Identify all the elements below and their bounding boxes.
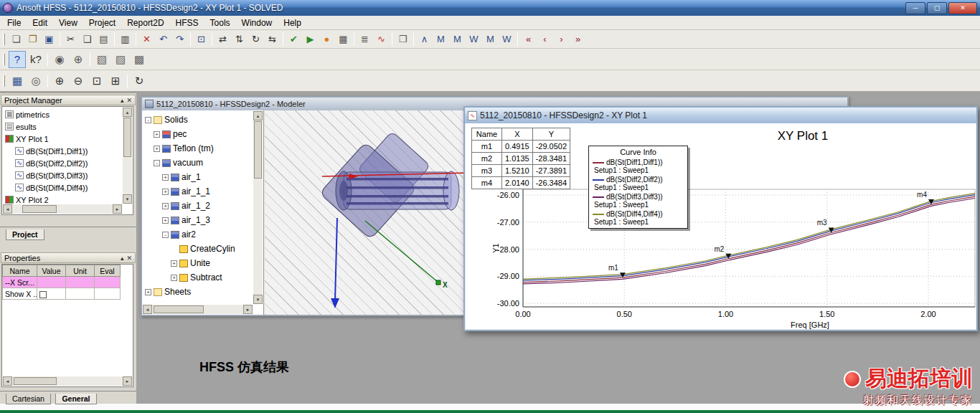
- toolbar-drag-handle[interactable]: [3, 54, 5, 65]
- modeler-tree-item[interactable]: +CreateCylin: [143, 242, 263, 256]
- undo-icon[interactable]: ↶: [156, 32, 171, 47]
- wave-report-2-icon[interactable]: M: [433, 32, 448, 47]
- maximize-button[interactable]: ▢: [927, 2, 947, 14]
- scroll-left-icon[interactable]: ◄: [3, 204, 12, 214]
- expand-icon[interactable]: +: [171, 260, 177, 267]
- modeler-tree-item[interactable]: +Teflon (tm): [143, 141, 263, 156]
- nav-last-icon[interactable]: »: [570, 32, 585, 47]
- panel-close-icon[interactable]: ✕: [126, 97, 132, 104]
- coordinate-system-icon[interactable]: ◎: [27, 72, 44, 90]
- modeler-tree-item[interactable]: +Subtract: [143, 270, 263, 285]
- zoom-out-icon[interactable]: ⊖: [70, 72, 87, 90]
- fit-all-icon[interactable]: ⊡: [88, 72, 105, 90]
- menu-item-project[interactable]: Project: [83, 16, 121, 29]
- select-by-name-icon[interactable]: ⊕: [70, 51, 87, 68]
- menu-item-report2d[interactable]: Report2D: [121, 16, 169, 29]
- legend-entry[interactable]: dB(St(Diff3,Diff3))Setup1 : Sweep1: [591, 192, 685, 209]
- scroll-right-icon[interactable]: ►: [123, 376, 132, 386]
- show-hide-objects-icon[interactable]: ◉: [51, 51, 68, 68]
- mesh-display-icon[interactable]: ▨: [112, 51, 129, 68]
- property-row-x-screen[interactable]: --X Scr...: [3, 277, 121, 288]
- menu-item-file[interactable]: File: [1, 16, 27, 29]
- project-tree-item[interactable]: ▦ptimetrics: [4, 108, 133, 120]
- modeler-tree-item[interactable]: +air_1: [143, 170, 263, 184]
- expand-icon[interactable]: +: [145, 289, 151, 295]
- menu-item-tools[interactable]: Tools: [204, 16, 236, 29]
- project-tree-item[interactable]: XY Plot 1: [4, 133, 133, 145]
- wave-report-6-icon[interactable]: W: [499, 32, 514, 47]
- panel-close-icon[interactable]: ✕: [126, 255, 132, 262]
- copy-icon[interactable]: ❑: [80, 32, 95, 47]
- tab-general[interactable]: General: [55, 394, 96, 404]
- cut-icon[interactable]: ✂: [63, 32, 78, 47]
- show-x-checkbox[interactable]: [39, 291, 47, 298]
- collapse-icon[interactable]: -: [162, 232, 169, 238]
- wave-report-5-icon[interactable]: M: [483, 32, 498, 47]
- modeler-tree-item[interactable]: +pec: [143, 127, 263, 141]
- scroll-left-icon[interactable]: ◄: [3, 376, 12, 386]
- mirror-icon[interactable]: ⇆: [265, 32, 280, 47]
- panel-collapse-icon[interactable]: ▴: [121, 255, 124, 262]
- nav-prev-icon[interactable]: ‹: [537, 32, 552, 47]
- modeler-tree-item[interactable]: +air_1_3: [143, 213, 263, 227]
- modeler-tree-item[interactable]: +air_1_1: [143, 184, 263, 199]
- model-box-icon[interactable]: ▦: [9, 72, 26, 90]
- validate-icon[interactable]: ✔: [286, 32, 301, 47]
- collapse-icon[interactable]: -: [154, 160, 160, 166]
- marker-row[interactable]: m31.5210-27.3891: [472, 165, 570, 177]
- open-file-icon[interactable]: ❐: [25, 32, 40, 47]
- nav-first-icon[interactable]: «: [521, 32, 536, 47]
- legend-entry[interactable]: dB(St(Diff4,Diff4))Setup1 : Sweep1: [591, 209, 685, 227]
- expand-icon[interactable]: +: [162, 189, 169, 195]
- expand-icon[interactable]: +: [171, 275, 177, 281]
- scroll-left-icon[interactable]: ◄: [143, 305, 152, 314]
- expand-icon[interactable]: +: [162, 217, 169, 224]
- fit-selection-icon[interactable]: ⊞: [107, 72, 124, 90]
- window-titlebar[interactable]: Ansoft HFSS - 5112_20150810 - HFSSDesign…: [0, 0, 980, 16]
- print-icon[interactable]: ▥: [118, 32, 133, 47]
- scroll-thumb[interactable]: [254, 121, 262, 179]
- tab-cartesian[interactable]: Cartesian: [6, 394, 51, 404]
- analyze-all-icon[interactable]: ▶: [303, 32, 318, 47]
- menu-item-window[interactable]: Window: [236, 16, 278, 29]
- wave-report-4-icon[interactable]: W: [466, 32, 481, 47]
- expand-icon[interactable]: +: [162, 174, 169, 181]
- marker-row[interactable]: m10.4915-29.0502: [472, 141, 570, 153]
- wave-report-3-icon[interactable]: M: [450, 32, 465, 47]
- modeler-tree-item[interactable]: +Sheets: [143, 285, 263, 299]
- modeler-tree-vscroll[interactable]: ▲▼: [253, 111, 263, 304]
- scroll-up-icon[interactable]: ▲: [123, 108, 132, 117]
- project-tree-hscroll[interactable]: ◄►: [3, 204, 122, 214]
- project-tree-vscroll[interactable]: ▲▼: [123, 108, 132, 204]
- plane-display-icon[interactable]: ▩: [131, 51, 148, 68]
- project-tree-item[interactable]: ∿dB(St(Diff2,Diff2)): [4, 157, 133, 169]
- nav-next-icon[interactable]: ›: [554, 32, 569, 47]
- paste-icon[interactable]: ▤: [96, 32, 111, 47]
- modeler-tree-item[interactable]: -air2: [143, 227, 263, 242]
- tab-project[interactable]: Project: [6, 229, 44, 240]
- expand-icon[interactable]: +: [154, 146, 160, 152]
- project-tree-item[interactable]: ∿dB(St(Diff3,Diff3)): [4, 169, 133, 181]
- panel-collapse-icon[interactable]: ▴: [121, 97, 124, 104]
- scroll-thumb[interactable]: [123, 118, 131, 157]
- project-tree-item[interactable]: ▤esults: [4, 120, 133, 133]
- scroll-thumb[interactable]: [14, 377, 57, 385]
- modeler-tree-hscroll[interactable]: ◄►: [143, 305, 253, 314]
- delete-icon[interactable]: ✕: [139, 32, 154, 47]
- zoom-in-icon[interactable]: ⊕: [51, 72, 68, 90]
- project-tree-item[interactable]: ∿dB(St(Diff4,Diff4)): [4, 181, 133, 194]
- scroll-thumb[interactable]: [154, 305, 204, 313]
- legend-entry[interactable]: dB(St(Diff1,Diff1))Setup1 : Sweep1: [591, 158, 685, 175]
- menu-item-help[interactable]: Help: [278, 16, 307, 29]
- modeler-tree-item[interactable]: +Unite: [143, 256, 263, 270]
- toolbar-drag-handle[interactable]: [3, 75, 5, 87]
- xy-plot-titlebar[interactable]: ∿ 5112_20150810 - HFSSDesign2 - XY Plot …: [465, 108, 976, 123]
- rotate-view-icon[interactable]: ↻: [131, 72, 148, 90]
- redo-icon[interactable]: ↷: [172, 32, 187, 47]
- legend-entry[interactable]: dB(St(Diff2,Diff2))Setup1 : Sweep1: [591, 175, 685, 192]
- minimize-button[interactable]: ─: [905, 2, 925, 14]
- menu-item-edit[interactable]: Edit: [27, 16, 53, 29]
- toolbar-drag-handle[interactable]: [3, 34, 5, 45]
- modeler-tree-item[interactable]: +air_1_2: [143, 199, 263, 213]
- close-button[interactable]: ✕: [948, 2, 977, 14]
